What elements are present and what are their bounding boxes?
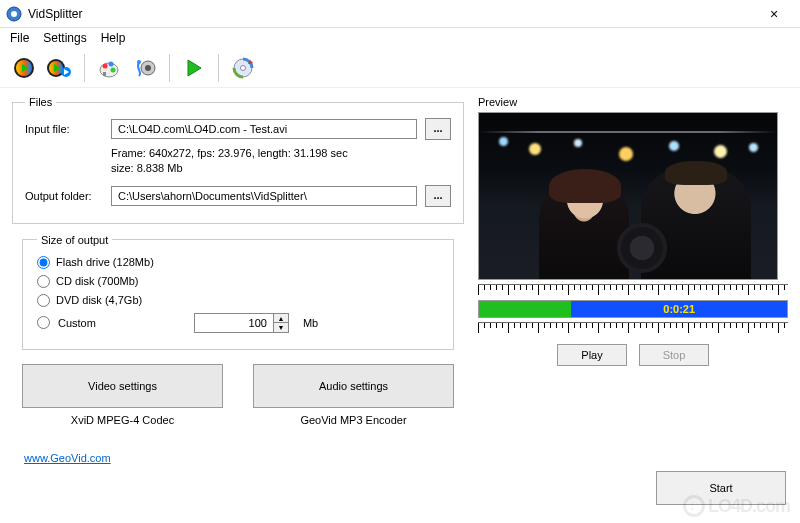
- size-group: Size of output Flash drive (128Mb) CD di…: [22, 234, 454, 350]
- video-codec-label: XviD MPEG-4 Codec: [22, 414, 223, 426]
- input-file-field[interactable]: [111, 119, 417, 139]
- radio-flash[interactable]: [37, 256, 50, 269]
- files-group: Files Input file: ... Frame: 640x272, fp…: [12, 96, 464, 224]
- browse-output-button[interactable]: ...: [425, 185, 451, 207]
- custom-size-field[interactable]: [194, 313, 274, 333]
- watermark: LO4D.com: [683, 495, 790, 517]
- play-button[interactable]: [178, 52, 210, 84]
- menu-help[interactable]: Help: [101, 31, 126, 45]
- add-file-button[interactable]: [44, 52, 76, 84]
- svg-rect-14: [103, 72, 106, 76]
- preview-box: [478, 112, 778, 280]
- radio-custom[interactable]: [37, 316, 50, 329]
- close-button[interactable]: ×: [754, 6, 794, 22]
- svg-marker-18: [188, 60, 201, 76]
- progress-bar[interactable]: 0:0:21: [478, 300, 788, 318]
- play-control-button[interactable]: Play: [557, 344, 627, 366]
- output-folder-field[interactable]: [111, 186, 417, 206]
- file-info: Frame: 640x272, fps: 23.976, length: 31.…: [111, 146, 451, 177]
- svg-point-16: [145, 65, 151, 71]
- audio-settings-button[interactable]: [129, 52, 161, 84]
- radio-cd[interactable]: [37, 275, 50, 288]
- audio-codec-label: GeoVid MP3 Encoder: [253, 414, 454, 426]
- ruler-bottom[interactable]: [478, 322, 788, 336]
- menu-file[interactable]: File: [10, 31, 29, 45]
- menu-settings[interactable]: Settings: [43, 31, 86, 45]
- open-file-button[interactable]: [8, 52, 40, 84]
- toolbar-separator: [169, 54, 170, 82]
- svg-point-20: [241, 65, 246, 70]
- size-legend: Size of output: [37, 234, 112, 246]
- titlebar: VidSplitter ×: [0, 0, 800, 28]
- geovid-link[interactable]: www.GeoVid.com: [24, 452, 111, 464]
- app-title: VidSplitter: [28, 7, 754, 21]
- svg-point-1: [11, 11, 17, 17]
- toolbar-separator: [84, 54, 85, 82]
- app-icon: [6, 6, 22, 22]
- output-folder-label: Output folder:: [25, 190, 103, 202]
- video-settings-button-main[interactable]: Video settings: [22, 364, 223, 408]
- progress-time: 0:0:21: [571, 301, 787, 317]
- menubar: File Settings Help: [0, 28, 800, 48]
- stop-control-button[interactable]: Stop: [639, 344, 709, 366]
- input-file-label: Input file:: [25, 123, 103, 135]
- svg-point-11: [103, 63, 108, 68]
- preview-label: Preview: [478, 96, 788, 108]
- burn-button[interactable]: [227, 52, 259, 84]
- audio-settings-button-main[interactable]: Audio settings: [253, 364, 454, 408]
- files-legend: Files: [25, 96, 56, 108]
- browse-input-button[interactable]: ...: [425, 118, 451, 140]
- svg-point-17: [137, 60, 141, 64]
- radio-dvd[interactable]: [37, 294, 50, 307]
- spinner-up[interactable]: ▲: [274, 314, 288, 323]
- ruler-top[interactable]: [478, 284, 788, 298]
- toolbar: [0, 48, 800, 88]
- spinner-down[interactable]: ▼: [274, 323, 288, 332]
- svg-point-13: [111, 67, 116, 72]
- toolbar-separator: [218, 54, 219, 82]
- svg-point-12: [109, 61, 114, 66]
- video-settings-button[interactable]: [93, 52, 125, 84]
